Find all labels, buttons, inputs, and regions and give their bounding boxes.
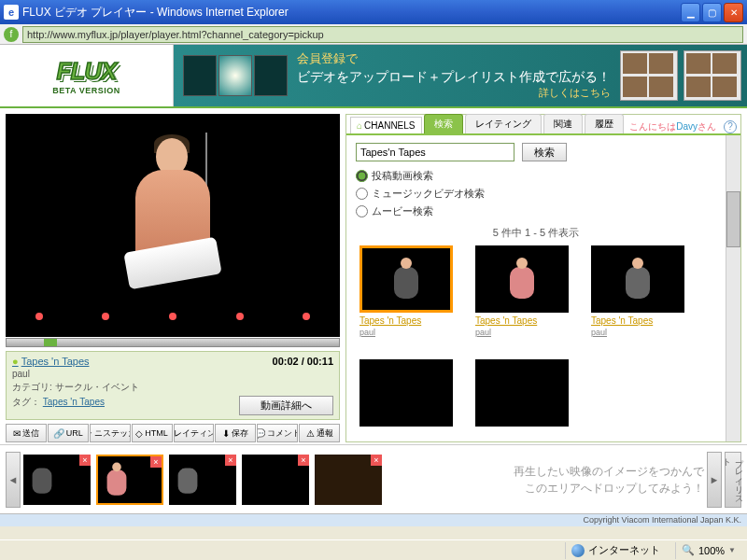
result-user[interactable]: paul: [591, 328, 607, 337]
video-player[interactable]: [6, 114, 340, 337]
result-user[interactable]: paul: [475, 328, 491, 337]
video-time: 00:02 / 00:11: [273, 356, 333, 367]
strip-thumb[interactable]: ×: [315, 455, 382, 505]
playlist-strip: ◄ × × × × × 再生したい映像のイメージをつかんで このエリアへドロップ…: [0, 444, 747, 513]
greeting: こんにちはDavyさん: [626, 120, 720, 133]
action-url[interactable]: 🔗URL: [48, 424, 89, 442]
channels-button[interactable]: ⌂CHANNELS: [350, 117, 422, 133]
video-detail-button[interactable]: 動画詳細へ: [239, 396, 333, 415]
result-user[interactable]: paul: [359, 328, 375, 337]
result-item[interactable]: [359, 359, 453, 427]
result-title[interactable]: Tapes 'n Tapes: [591, 315, 684, 326]
action-comment[interactable]: 💬コメント: [257, 424, 298, 442]
seek-bar[interactable]: [6, 338, 340, 347]
strip-thumb[interactable]: ×: [242, 455, 309, 505]
search-input[interactable]: [356, 143, 514, 161]
banner-thumb: [218, 55, 252, 96]
url-field[interactable]: http://www.myflux.jp/player/player.html?…: [22, 26, 743, 43]
result-item[interactable]: Tapes 'n Tapes paul: [475, 245, 569, 337]
action-save[interactable]: ⬇保存: [215, 424, 256, 442]
header-banner: FLUX BETA VERSION 会員登録で ビデオをアップロード＋プレイリス…: [0, 45, 747, 108]
banner-thumbnails: [183, 55, 288, 96]
report-icon: ⚠: [306, 428, 315, 439]
strip-thumb[interactable]: ×: [23, 455, 91, 505]
video-title-link[interactable]: Tapes 'n Tapes: [12, 356, 90, 367]
result-thumbnail[interactable]: [475, 359, 569, 427]
minimize-button[interactable]: ▁: [681, 3, 700, 22]
chevron-down-icon: ▼: [728, 546, 736, 554]
remove-icon[interactable]: ×: [150, 456, 162, 468]
page-content: FLUX BETA VERSION 会員登録で ビデオをアップロード＋プレイリス…: [0, 45, 747, 526]
remove-icon[interactable]: ×: [79, 455, 91, 466]
maximize-button[interactable]: ▢: [702, 3, 722, 22]
save-icon: ⬇: [222, 428, 230, 439]
video-column: Tapes 'n Tapes 00:02 / 00:11 paul カテゴリ: …: [6, 114, 340, 442]
help-icon[interactable]: ?: [724, 120, 737, 133]
banner-line3: 詳しくはこちら: [297, 86, 611, 100]
action-sticker[interactable]: ★ニステッカ: [90, 424, 131, 442]
strip-thumb[interactable]: ×: [96, 455, 163, 505]
result-title[interactable]: Tapes 'n Tapes: [359, 315, 453, 326]
tab-search[interactable]: 検索: [424, 114, 463, 133]
envelope-icon: ✉: [13, 428, 21, 439]
browse-panel: ⌂CHANNELS 検索 レイティング 関連 履歴 こんにちはDavyさん ? …: [345, 114, 741, 442]
result-item[interactable]: Tapes 'n Tapes paul: [591, 245, 684, 337]
strip-thumb[interactable]: ×: [169, 455, 236, 505]
result-count: 5 件中 1 - 5 件表示: [356, 226, 716, 240]
action-send[interactable]: ✉送信: [6, 424, 47, 442]
zoom-icon: 🔍: [682, 544, 695, 556]
sticker-icon: ★: [90, 428, 92, 439]
radio-music-videos[interactable]: ミュージックビデオ検索: [356, 187, 716, 201]
globe-icon: [571, 544, 585, 557]
search-results: Tapes 'n Tapes paul Tapes 'n Tapes paul …: [356, 245, 716, 427]
video-category: カテゴリ: サークル・イベント: [12, 381, 333, 394]
result-thumbnail[interactable]: [475, 245, 569, 313]
zoom-control[interactable]: 🔍 100% ▼: [675, 542, 741, 559]
promo-banner[interactable]: 会員登録で ビデオをアップロード＋プレイリスト作成で広がる！ 詳しくはこちら: [174, 45, 747, 106]
remove-icon[interactable]: ×: [371, 455, 382, 466]
video-frame: [107, 133, 238, 319]
site-icon: f: [4, 27, 19, 42]
radio-movies[interactable]: ムービー検索: [356, 204, 716, 218]
result-title[interactable]: Tapes 'n Tapes: [475, 315, 569, 326]
strip-prev-button[interactable]: ◄: [6, 452, 21, 508]
remove-icon[interactable]: ×: [225, 455, 236, 466]
tab-related[interactable]: 関連: [543, 114, 583, 133]
banner-line2: ビデオをアップロード＋プレイリスト作成で広がる！: [297, 68, 611, 87]
remove-icon[interactable]: ×: [298, 455, 309, 466]
seek-thumb[interactable]: [44, 339, 57, 346]
window-title: FLUX ビデオ プレイヤー - Windows Internet Explor…: [22, 5, 681, 21]
result-thumbnail[interactable]: [359, 359, 453, 427]
search-pane: 検索 投稿動画検索 ミュージックビデオ検索 ムービー検索 5 件中 1 - 5 …: [346, 135, 726, 441]
link-icon: 🔗: [53, 428, 64, 439]
result-thumbnail[interactable]: [359, 245, 453, 313]
close-button[interactable]: ✕: [724, 3, 743, 22]
action-report[interactable]: ⚠通報: [299, 424, 340, 442]
result-item[interactable]: Tapes 'n Tapes paul: [359, 245, 453, 337]
video-user[interactable]: paul: [12, 369, 333, 379]
search-button[interactable]: 検索: [522, 143, 567, 161]
ie-icon: e: [4, 5, 19, 20]
playlist-tab[interactable]: プレイリスト: [725, 452, 741, 508]
action-html[interactable]: ◇HTML: [132, 424, 173, 442]
scrollbar[interactable]: [726, 135, 740, 441]
security-zone: インターネット: [565, 542, 666, 559]
window-title-bar: e FLUX ビデオ プレイヤー - Windows Internet Expl…: [0, 0, 747, 24]
tab-history[interactable]: 履歴: [585, 114, 624, 133]
logo-text: FLUX: [57, 57, 117, 86]
result-item[interactable]: [475, 359, 569, 427]
copyright: Copyright Viacom International Japan K.K…: [0, 513, 747, 526]
logo[interactable]: FLUX BETA VERSION: [0, 45, 174, 106]
result-thumbnail[interactable]: [591, 245, 684, 313]
banner-line1: 会員登録で: [297, 50, 611, 67]
tag-link[interactable]: Tapes 'n Tapes: [43, 397, 105, 407]
banner-text: 会員登録で ビデオをアップロード＋プレイリスト作成で広がる！ 詳しくはこちら: [297, 50, 611, 100]
strip-next-button[interactable]: ►: [707, 452, 722, 508]
video-action-bar: ✉送信 🔗URL ★ニステッカ ◇HTML ☆レイティング ⬇保存 💬コメント …: [6, 424, 340, 442]
radio-posted-videos[interactable]: 投稿動画検索: [356, 169, 716, 183]
home-icon: ⌂: [357, 120, 362, 131]
action-rating[interactable]: ☆レイティング: [174, 424, 215, 442]
code-icon: ◇: [135, 428, 143, 439]
tab-rating[interactable]: レイティング: [465, 114, 542, 133]
scrollbar-thumb[interactable]: [726, 191, 740, 247]
